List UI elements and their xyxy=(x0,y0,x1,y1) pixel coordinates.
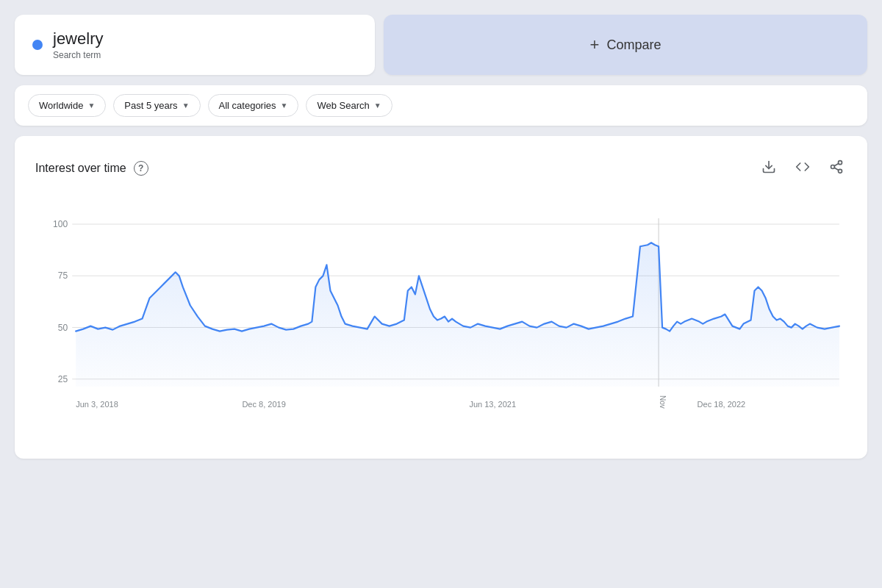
help-icon[interactable]: ? xyxy=(134,161,148,176)
top-row: jewelry Search term + Compare xyxy=(15,15,867,75)
download-icon xyxy=(761,159,776,174)
search-term-label: Search term xyxy=(53,50,103,60)
chart-title-area: Interest over time ? xyxy=(35,161,148,176)
x-label-2: Dec 8, 2019 xyxy=(242,400,285,409)
x-label-4: Dec 18, 2022 xyxy=(698,400,746,409)
category-filter[interactable]: All categories ▼ xyxy=(208,94,299,117)
search-type-filter[interactable]: Web Search ▼ xyxy=(306,94,392,117)
chart-card: Interest over time ? xyxy=(15,136,867,459)
location-filter[interactable]: Worldwide ▼ xyxy=(28,94,106,117)
chart-header: Interest over time ? xyxy=(35,157,847,180)
y-label-75: 75 xyxy=(58,270,68,281)
x-label-3: Jun 13, 2021 xyxy=(469,400,516,409)
interest-chart: 100 75 50 25 Nov Jun 3, 2018 Dec 8, 2019… xyxy=(35,202,847,438)
category-chevron-icon: ▼ xyxy=(281,101,288,110)
chart-svg-wrapper: 100 75 50 25 Nov Jun 3, 2018 Dec 8, 2019… xyxy=(35,202,847,441)
embed-button[interactable] xyxy=(792,157,813,180)
share-icon xyxy=(829,159,844,174)
trend-fill xyxy=(76,243,839,387)
chart-actions xyxy=(759,157,847,180)
search-type-label: Web Search xyxy=(317,100,369,111)
embed-icon xyxy=(795,159,810,174)
y-label-25: 25 xyxy=(58,374,68,384)
download-button[interactable] xyxy=(759,157,779,180)
svg-line-4 xyxy=(834,168,839,170)
time-chevron-icon: ▼ xyxy=(182,101,190,110)
time-filter[interactable]: Past 5 years ▼ xyxy=(113,94,200,117)
y-label-50: 50 xyxy=(58,323,68,333)
compare-plus-icon: + xyxy=(590,35,600,54)
compare-label: Compare xyxy=(606,37,661,53)
location-chevron-icon: ▼ xyxy=(87,101,95,110)
share-button[interactable] xyxy=(826,157,847,180)
category-label: All categories xyxy=(219,100,276,111)
search-type-chevron-icon: ▼ xyxy=(374,101,381,110)
location-label: Worldwide xyxy=(39,100,83,111)
chart-title: Interest over time xyxy=(35,162,126,175)
svg-line-5 xyxy=(834,163,839,165)
filter-row: Worldwide ▼ Past 5 years ▼ All categorie… xyxy=(15,85,867,126)
search-term-text: jewelry Search term xyxy=(53,29,103,60)
y-label-100: 100 xyxy=(53,219,68,229)
search-term-card: jewelry Search term xyxy=(15,15,375,75)
x-label-1: Jun 3, 2018 xyxy=(76,400,118,409)
page-wrapper: jewelry Search term + Compare Worldwide … xyxy=(15,15,867,459)
time-label: Past 5 years xyxy=(124,100,177,111)
blue-dot-icon xyxy=(32,40,43,50)
search-term-value: jewelry xyxy=(53,29,103,49)
vertical-line-label: Nov xyxy=(659,395,667,409)
compare-card[interactable]: + Compare xyxy=(384,15,867,75)
